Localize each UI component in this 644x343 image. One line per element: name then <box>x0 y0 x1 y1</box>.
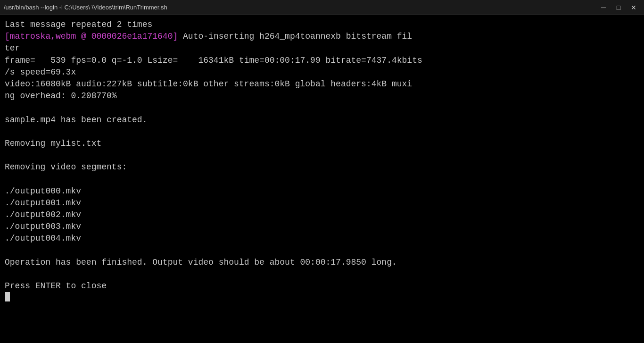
terminal-magenta-span: [matroska,webm @ 0000026e1a171640] <box>5 32 178 41</box>
title-bar-text: /usr/bin/bash --login -i C:\Users\ \Vide… <box>4 4 167 11</box>
terminal-window: /usr/bin/bash --login -i C:\Users\ \Vide… <box>0 0 644 343</box>
terminal-line-1: Last message repeated 2 times <box>5 19 639 31</box>
terminal-line-17: ./output002.mkv <box>5 209 639 221</box>
terminal-line-23: Press ENTER to close <box>5 280 639 292</box>
terminal-cursor <box>5 292 10 301</box>
terminal-line-15: ./output000.mkv <box>5 185 639 197</box>
terminal-line-7: ng overhead: 0.208770% <box>5 90 639 102</box>
terminal-line-20 <box>5 245 639 257</box>
terminal-line-2: [matroska,webm @ 0000026e1a171640] Auto-… <box>5 31 639 42</box>
terminal-white-span: Auto-inserting h264_mp4toannexb bitstrea… <box>178 32 412 41</box>
terminal-line-14 <box>5 173 639 185</box>
maximize-button[interactable]: □ <box>612 2 625 13</box>
terminal-content: Last message repeated 2 times [matroska,… <box>0 15 644 343</box>
terminal-line-6: video:16080kB audio:227kB subtitle:0kB o… <box>5 78 639 90</box>
terminal-line-13: Removing video segments: <box>5 161 639 173</box>
title-bar: /usr/bin/bash --login -i C:\Users\ \Vide… <box>0 0 644 15</box>
terminal-line-12 <box>5 150 639 161</box>
terminal-line-10 <box>5 126 639 138</box>
terminal-cursor-line <box>5 292 639 301</box>
terminal-line-19: ./output004.mkv <box>5 233 639 244</box>
terminal-line-22 <box>5 268 639 280</box>
terminal-line-16: ./output001.mkv <box>5 197 639 209</box>
close-button[interactable]: ✕ <box>627 2 640 13</box>
terminal-line-21: Operation has been finished. Output vide… <box>5 257 639 268</box>
terminal-line-8 <box>5 102 639 114</box>
terminal-line-11: Removing mylist.txt <box>5 138 639 150</box>
terminal-line-4: frame= 539 fps=0.0 q=-1.0 Lsize= 16341kB… <box>5 55 639 67</box>
terminal-line-9: sample.mp4 has been created. <box>5 114 639 126</box>
terminal-line-3: ter <box>5 42 639 54</box>
title-bar-controls: ─ □ ✕ <box>597 2 640 13</box>
minimize-button[interactable]: ─ <box>597 2 610 13</box>
terminal-line-18: ./output003.mkv <box>5 221 639 233</box>
terminal-line-5: /s speed=69.3x <box>5 67 639 78</box>
